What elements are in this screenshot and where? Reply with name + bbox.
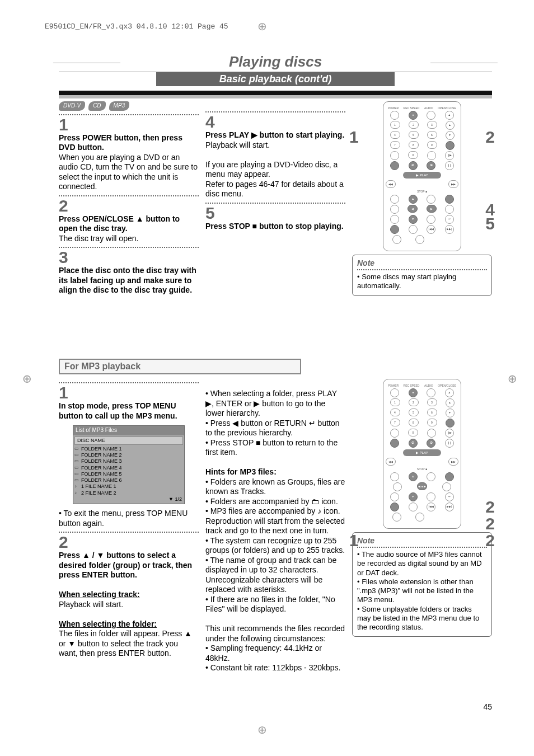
- step-4-number: 4: [205, 114, 345, 130]
- step-2-title: Press OPEN/CLOSE ▲ button to open the di…: [59, 214, 199, 234]
- note-1-title: Note: [357, 259, 487, 269]
- decor-bar-grey: [59, 95, 492, 98]
- selecting-track-header: When selecting track:: [59, 590, 199, 600]
- file-header-meta: E9501CD_EN/FR_v3.qx3 04.8.10 12:01 Page …: [45, 22, 228, 31]
- badge-dvdv: DVD-V: [59, 101, 85, 111]
- mp3-screen-diagram: List of MP3 Files DISC NAME FOLDER NAME …: [73, 425, 185, 504]
- step-4-body-2: If you are playing a DVD-Video disc, a m…: [205, 160, 345, 180]
- badge-cd: CD: [88, 101, 105, 111]
- step-4-title: Press PLAY ▶ button to start playing.: [205, 130, 345, 140]
- recommend-text: This unit recommends the files recorded …: [205, 624, 345, 644]
- step-3-title: Place the disc onto the disc tray with i…: [59, 266, 199, 295]
- mp3-column-1: 1 In stop mode, press TOP MENU button to…: [59, 379, 199, 673]
- mp3-step-1-number: 1: [59, 384, 199, 401]
- step-2-body: The disc tray will open.: [59, 234, 199, 244]
- crop-mark-right: ⊕: [506, 374, 519, 384]
- remote-diagram-1: POWERREC SPEEDAUDIOOPEN/CLOSE ●▲ 123▲ 45…: [372, 101, 472, 251]
- callout-1: 1: [349, 126, 359, 148]
- mp3-screen-title: List of MP3 Files: [73, 426, 184, 435]
- badge-mp3: MP3: [109, 101, 130, 111]
- step-4-body-3: Refer to pages 46-47 for details about a…: [205, 180, 345, 199]
- callout-2: 2: [485, 126, 495, 148]
- mp3-column-2: • When selecting a folder, press PLAY ▶,…: [205, 379, 345, 673]
- step-2-number: 2: [59, 198, 199, 214]
- note-box-2: Note • The audio source of MP3 files can…: [352, 532, 492, 637]
- page-number: 45: [483, 702, 492, 711]
- hints-header: Hints for MP3 files:: [205, 467, 345, 477]
- crop-mark-left: ⊕: [21, 374, 34, 384]
- note-2-title: Note: [357, 536, 487, 546]
- mp3-column-3: 1 2 2 2 POWERREC SPEEDAUDIOOPEN/CLOSE ●▲…: [352, 379, 492, 673]
- section-title: Basic playback (cont'd): [156, 72, 395, 86]
- crop-mark-bottom: ⊕: [257, 723, 267, 736]
- step-4-body-1: Playback will start.: [205, 140, 345, 151]
- step-5-title: Press STOP ■ button to stop playing.: [205, 222, 345, 232]
- chapter-title: Playing discs: [59, 53, 492, 72]
- selecting-track-body: Playback will start.: [59, 600, 199, 610]
- note-1-body: • Some discs may start playing automatic…: [357, 273, 487, 291]
- mp3-step-2-number: 2: [59, 534, 199, 551]
- step-1-body: When you are playing a DVD or an audio C…: [59, 153, 199, 192]
- mp3-screen-disc: DISC NAME: [74, 436, 183, 445]
- remote-play-button: ▶ PLAY: [403, 172, 441, 179]
- mp3-section-header: For MP3 playback: [59, 359, 301, 374]
- step-1-number: 1: [59, 116, 199, 133]
- mp3-exit-text: • To exit the menu, press TOP MENU butto…: [59, 509, 199, 528]
- mp3-step-2-title: Press ▲ / ▼ buttons to select a desired …: [59, 551, 199, 580]
- mp3-step-1-title: In stop mode, press TOP MENU button to c…: [59, 401, 199, 421]
- selecting-folder-header: When selecting the folder:: [59, 619, 199, 630]
- step-3-number: 3: [59, 249, 199, 266]
- note-box-1: Note • Some discs may start playing auto…: [352, 255, 492, 296]
- decor-bar-black: [59, 91, 492, 95]
- crop-mark-top: ⊕: [257, 20, 267, 33]
- callout-5: 5: [485, 213, 495, 234]
- remote-diagram-2: POWERREC SPEEDAUDIOOPEN/CLOSE ●▲ 123▲ 45…: [372, 379, 472, 529]
- step-1-title: Press POWER button, then press DVD butto…: [59, 133, 199, 153]
- step-5-number: 5: [205, 205, 345, 222]
- selecting-folder-body: The files in folder will appear. Press ▲…: [59, 629, 199, 659]
- format-badges: DVD-V CD MP3: [59, 101, 199, 111]
